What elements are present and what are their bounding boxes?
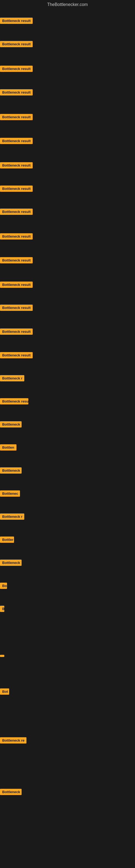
list-item[interactable]: Bottleneck result	[0, 89, 33, 97]
bottleneck-badge: Bottleneck result	[0, 89, 33, 95]
list-item[interactable]: Bottleneck result	[0, 114, 33, 121]
bottleneck-badge: Bottleneck result	[0, 186, 33, 192]
list-item[interactable]: Bottleneck result	[0, 233, 33, 241]
list-item[interactable]: Bottleneck result	[0, 329, 33, 336]
bottleneck-badge: Bottleneck re	[0, 737, 27, 744]
bottleneck-badge: Bottleneck result	[0, 41, 33, 47]
bottleneck-badge: Bottleneck result	[0, 18, 33, 24]
list-item[interactable]: Bottleneck result	[0, 352, 33, 360]
list-item[interactable]: Bot	[0, 688, 9, 696]
bottleneck-badge: Bottleneck result	[0, 305, 33, 311]
bottleneck-badge: B	[0, 606, 4, 612]
list-item[interactable]: Bottleneck result	[0, 209, 33, 216]
list-item[interactable]	[0, 653, 4, 658]
bottleneck-badge: Bottleneck result	[0, 209, 33, 215]
bottleneck-badge: Bottleneck result	[0, 352, 33, 358]
bottleneck-badge: Bottleneck result	[0, 138, 33, 144]
bottleneck-badge: Bottleneck result	[0, 257, 33, 264]
bottleneck-badge: Bottlenec	[0, 490, 20, 497]
list-item[interactable]: Bottler	[0, 536, 14, 544]
bottleneck-badge: Bottlen	[0, 444, 16, 451]
bottleneck-badge: Bottleneck	[0, 421, 21, 428]
list-item[interactable]: Bottleneck r	[0, 514, 24, 521]
list-item[interactable]: Bottleneck result	[0, 162, 33, 169]
list-item[interactable]: Bottleneck result	[0, 41, 33, 48]
bottleneck-badge: Bottler	[0, 536, 14, 543]
bottleneck-badge: Bottleneck result	[0, 282, 33, 288]
bottleneck-badge: Bottleneck r	[0, 514, 24, 520]
bottleneck-badge: Bo	[0, 583, 7, 589]
bottleneck-badge: Bottleneck result	[0, 233, 33, 240]
list-item[interactable]: Bottleneck re	[0, 737, 27, 745]
list-item[interactable]: Bottleneck result	[0, 282, 33, 289]
bottleneck-badge: Bottleneck resu	[0, 398, 28, 404]
list-item[interactable]: Bottleneck	[0, 421, 21, 429]
list-item[interactable]: Bottleneck result	[0, 305, 33, 312]
bottleneck-badge: Bottleneck result	[0, 162, 33, 168]
bottleneck-badge: Bot	[0, 688, 9, 695]
site-title: TheBottlenecker.com	[0, 0, 135, 9]
list-item[interactable]: Bottlen	[0, 444, 16, 452]
bottleneck-badge: Bottleneck result	[0, 114, 33, 120]
bottleneck-badge: Bottleneck	[0, 560, 21, 566]
bottleneck-badge: Bottleneck r	[0, 375, 24, 381]
list-item[interactable]: Bottleneck r	[0, 375, 24, 382]
list-item[interactable]: Bo	[0, 583, 7, 590]
bottleneck-badge: Bottleneck	[0, 467, 21, 474]
list-item[interactable]: Bottleneck result	[0, 257, 33, 265]
bottleneck-badge	[0, 655, 4, 657]
list-item[interactable]: Bottleneck result	[0, 18, 33, 25]
list-item[interactable]: B	[0, 606, 4, 613]
list-item[interactable]: Bottleneck	[0, 789, 21, 796]
list-item[interactable]: Bottleneck result	[0, 186, 33, 193]
bottleneck-badge: Bottleneck result	[0, 66, 33, 72]
list-item[interactable]: Bottleneck resu	[0, 398, 28, 405]
list-item[interactable]: Bottleneck	[0, 467, 21, 475]
list-item[interactable]: Bottleneck result	[0, 138, 33, 145]
list-item[interactable]: Bottlenec	[0, 490, 20, 498]
bottleneck-badge: Bottleneck result	[0, 329, 33, 335]
bottleneck-badge: Bottleneck	[0, 789, 21, 795]
list-item[interactable]: Bottleneck result	[0, 66, 33, 73]
list-item[interactable]: Bottleneck	[0, 560, 21, 567]
